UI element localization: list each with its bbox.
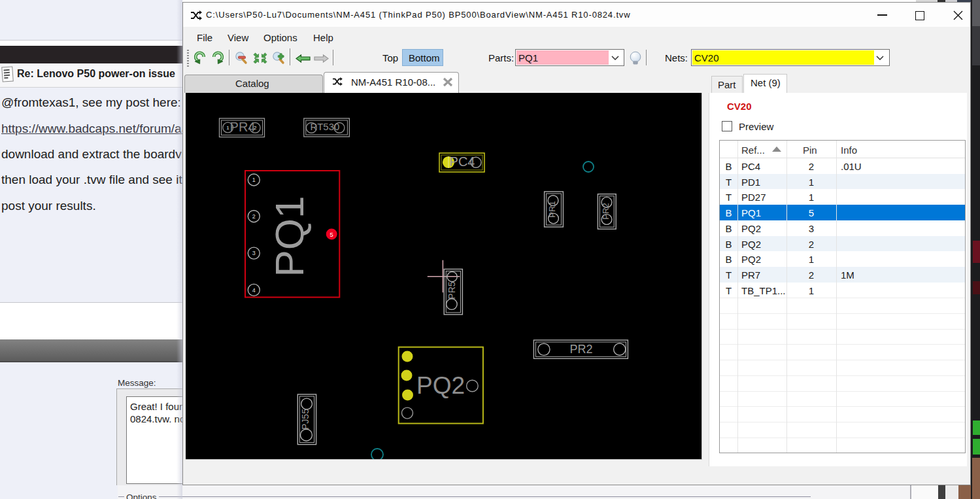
- svg-text:PC4: PC4: [450, 154, 475, 169]
- svg-text:PR5: PR5: [447, 281, 457, 299]
- svg-text:PR2: PR2: [569, 343, 592, 356]
- svg-text:PJ55: PJ55: [300, 409, 311, 430]
- svg-text:2: 2: [254, 125, 257, 131]
- svg-text:PQ1: PQ1: [267, 196, 312, 277]
- svg-text:PR4: PR4: [230, 120, 256, 134]
- svg-text:2: 2: [252, 213, 256, 220]
- svg-text:RT530: RT530: [311, 121, 340, 132]
- svg-text:5: 5: [330, 231, 333, 238]
- svg-text:1: 1: [252, 177, 256, 183]
- svg-text:1: 1: [226, 125, 229, 131]
- svg-text:PR1: PR1: [547, 201, 557, 217]
- svg-text:4: 4: [252, 287, 256, 294]
- svg-text:PR2: PR2: [601, 203, 611, 219]
- svg-text:PQ2: PQ2: [416, 372, 465, 399]
- svg-text:3: 3: [252, 250, 256, 256]
